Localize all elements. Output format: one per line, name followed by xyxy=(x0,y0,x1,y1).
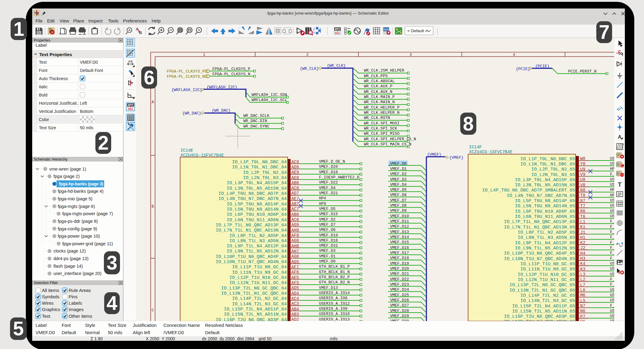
svg-text:WR_CLK.SPI_MISO: WR_CLK.SPI_MISO xyxy=(364,131,399,136)
svg-text:IO_L13P_T2L_N0_GC_QBC_65: IO_L13P_T2L_N0_GC_QBC_65 xyxy=(509,283,575,288)
svg-text:IO_L2P_T0L_N2_64: IO_L2P_T0L_N2_64 xyxy=(243,170,287,175)
svg-text:VMEF.D13: VMEF.D13 xyxy=(319,286,338,290)
svg-text:AB6: AB6 xyxy=(291,212,299,217)
svg-text:VMEF.D4: VMEF.D4 xyxy=(319,186,336,190)
svg-text:clocks (page 12): clocks (page 12) xyxy=(53,249,86,253)
svg-text:IO_L15P_T2L_N4_AD11P_64: IO_L15P_T2L_N4_AD11P_64 xyxy=(224,307,287,312)
svg-text:IO_L8P_T1L_N2_AD5P_65: IO_L8P_T1L_N2_AD5P_65 xyxy=(518,230,575,235)
svg-text:WRFLASH_I2C.SDA: WRFLASH_I2C.SDA xyxy=(252,93,287,97)
svg-text:F_I: F_I xyxy=(610,235,614,239)
svg-text:VMEF.D16: VMEF.D16 xyxy=(319,238,338,243)
svg-text:AE9: AE9 xyxy=(291,170,299,175)
svg-text:USE: USE xyxy=(610,266,614,271)
svg-text:WR_DAC.SYNC: WR_DAC.SYNC xyxy=(243,124,269,129)
svg-text:VMEF.D19: VMEF.D19 xyxy=(319,233,338,238)
svg-text:AC9: AC9 xyxy=(291,160,299,164)
svg-text:WR_CLK.ABSCAL: WR_CLK.ABSCAL xyxy=(364,79,395,83)
svg-text:IO_L12N_T1U_N11_GC_65: IO_L12N_T1U_N11_GC_65 xyxy=(518,277,575,283)
svg-text:IO_L7P_T1L_N0_QBC_AD13P_65: IO_L7P_T1L_N0_QBC_AD13P_65 xyxy=(504,219,575,225)
svg-text:AB4: AB4 xyxy=(291,307,299,312)
svg-text:IC14E: IC14E xyxy=(180,148,193,153)
svg-text:HP: HP xyxy=(610,193,614,198)
svg-text:fpga-ps-ddr (page 8): fpga-ps-ddr (page 8) xyxy=(58,219,98,224)
svg-text:flash (page 14): flash (page 14) xyxy=(53,264,83,269)
svg-text:USE: USE xyxy=(610,314,614,318)
svg-text:IO_L11N_T1U_N9_GC_64: IO_L11N_T1U_N9_GC_64 xyxy=(232,270,287,275)
svg-text:K2: K2 xyxy=(580,240,585,245)
svg-text:user_interface (page 20): user_interface (page 20) xyxy=(53,271,101,276)
svg-text:AF7: AF7 xyxy=(291,265,299,269)
svg-text:F_I: F_I xyxy=(610,219,614,224)
svg-text:AG6: AG6 xyxy=(291,254,299,259)
svg-text:WR_CLK.AUX_N: WR_CLK.AUX_N xyxy=(364,90,392,94)
svg-text:FPGA-PL_CLKSYS_P: FPGA-PL_CLKSYS_P xyxy=(212,67,250,71)
svg-text:WR_CLK.MAIN_N: WR_CLK.MAIN_N xyxy=(364,100,395,104)
svg-text:USE: USE xyxy=(610,209,614,213)
svg-text:IO_L15P_T2L_N4_AD11P_65: IO_L15P_T2L_N4_AD11P_65 xyxy=(512,304,575,309)
svg-text:W8: W8 xyxy=(580,156,585,161)
svg-text:AH8: AH8 xyxy=(291,244,299,249)
svg-text:VMEF.D2: VMEF.D2 xyxy=(319,217,336,222)
svg-text:A: A xyxy=(128,28,131,32)
svg-text:USE: USE xyxy=(610,319,614,321)
svg-text:WR_CLK.AUX_P: WR_CLK.AUX_P xyxy=(364,84,392,89)
svg-text:{PCIE}: {PCIE} xyxy=(516,67,530,71)
svg-text:R8: R8 xyxy=(580,188,585,193)
svg-text:fpga-power-gnd (page 11): fpga-power-gnd (page 11) xyxy=(62,241,113,246)
svg-text:IO_L10N_T1U_N7_QBC_AD4N_65: IO_L10N_T1U_N7_QBC_AD4N_65 xyxy=(504,256,575,262)
svg-text:H1: H1 xyxy=(580,235,585,240)
svg-text:4: 4 xyxy=(513,53,515,57)
svg-text:R7: R7 xyxy=(580,198,585,203)
svg-text:XCZU4CG-1SFVC7B4E: XCZU4CG-1SFVC7B4E xyxy=(469,150,512,154)
svg-text:IO_L7P_T1L_N0_QBC_AD13P_64: IO_L7P_T1L_N0_QBC_AD13P_64 xyxy=(216,223,287,228)
svg-text:AC4: AC4 xyxy=(291,296,299,301)
svg-text:IO_L5N_T0U_N9_AD14N_65: IO_L5N_T0U_N9_AD14N_65 xyxy=(515,204,575,209)
svg-text:IO_L3N_T0L_N5_AD15N_64: IO_L3N_T0L_N5_AD15N_64 xyxy=(227,186,287,191)
svg-text:AH9: AH9 xyxy=(291,228,299,233)
svg-text:FPGA-PL_CLKSYS_ND: FPGA-PL_CLKSYS_ND xyxy=(167,74,207,79)
svg-text:IO_L1P_T0L_N0_DBC_65: IO_L1P_T0L_N0_DBC_65 xyxy=(520,157,575,162)
svg-text:fpga (page 2): fpga (page 2) xyxy=(53,174,80,179)
svg-text:IO_L2N_T0L_N3_64: IO_L2N_T0L_N3_64 xyxy=(243,175,287,181)
svg-text:AG8: AG8 xyxy=(291,238,299,243)
svg-text:IO_L14P_T2L_N2_GC_64: IO_L14P_T2L_N2_GC_64 xyxy=(232,296,287,301)
svg-text:AF5: AF5 xyxy=(291,280,299,285)
svg-text:F_I: F_I xyxy=(610,230,614,234)
svg-text:IO_L15N_T2L_N5_AD11N_64: IO_L15N_T2L_N5_AD11N_64 xyxy=(224,312,287,317)
svg-text:WR_CLK.SPI_HELPER_CS_N: WR_CLK.SPI_HELPER_CS_N xyxy=(364,137,416,141)
svg-text:PCIE.PERST_N: PCIE.PERST_N xyxy=(568,69,597,74)
svg-text:L7: L7 xyxy=(580,283,585,287)
svg-text:IO_L13N_T2L_N1_GC_QBC_65: IO_L13N_T2L_N1_GC_QBC_65 xyxy=(509,288,575,293)
svg-text:IO_L1N_T0L_N1_DBC_64: IO_L1N_T0L_N1_DBC_64 xyxy=(232,165,287,170)
svg-text:P7: P7 xyxy=(580,314,585,319)
svg-text:A: A xyxy=(152,100,154,104)
svg-text:IO_L13N_T2L_N1_GC_QBC_64: IO_L13N_T2L_N1_GC_QBC_64 xyxy=(221,291,287,296)
svg-text:AE5: AE5 xyxy=(291,275,299,280)
svg-text:IO_L11P_T1U_N8_GC_64: IO_L11P_T1U_N8_GC_64 xyxy=(232,265,287,270)
svg-text:VMEF.D3: VMEF.D3 xyxy=(319,249,336,253)
svg-text:F_I: F_I xyxy=(610,256,614,261)
svg-text:R42: R42 xyxy=(128,108,133,111)
svg-text:T: T xyxy=(618,181,622,188)
svg-text:F_I: F_I xyxy=(610,240,614,245)
svg-text:L5: L5 xyxy=(580,298,585,303)
svg-text:IO_L13P_T2L_N0_GC_QBC_64: IO_L13P_T2L_N0_GC_QBC_64 xyxy=(221,286,287,291)
svg-text:VMEF.D30: VMEF.D30 xyxy=(390,319,409,321)
svg-text:HP9: HP9 xyxy=(319,202,326,206)
svg-text:{WR_CLK}: {WR_CLK} xyxy=(300,66,319,71)
svg-text:{WR_CLK}: {WR_CLK} xyxy=(327,63,346,68)
svg-text:{WRFLASH_I2C}: {WRFLASH_I2C} xyxy=(171,88,202,92)
svg-text:F_IOEXP_HWBYTE2_D: F_IOEXP_HWBYTE2_D xyxy=(319,175,359,180)
svg-text:T8: T8 xyxy=(580,193,585,198)
svg-text:IO_L3P_T0L_N4_AD15P_64: IO_L3P_T0L_N4_AD15P_64 xyxy=(227,181,287,186)
svg-text:USERIO_A.IO9: USERIO_A.IO9 xyxy=(319,307,348,311)
svg-text:{VMEF}: {VMEF} xyxy=(449,155,464,160)
svg-text:{WR_DAC}: {WR_DAC} xyxy=(182,111,201,116)
svg-text:IO_L3N_T0L_N5_AD15N_65: IO_L3N_T0L_N5_AD15N_65 xyxy=(515,183,575,188)
svg-text:F_I: F_I xyxy=(610,172,614,177)
svg-text:AH7: AH7 xyxy=(291,249,299,254)
svg-text:IO_L5N_T0U_N9_AD14N_64: IO_L5N_T0U_N9_AD14N_64 xyxy=(227,207,287,212)
svg-text:USE: USE xyxy=(610,156,614,161)
svg-text:AD5: AD5 xyxy=(291,286,299,290)
svg-text:USE: USE xyxy=(610,298,614,303)
